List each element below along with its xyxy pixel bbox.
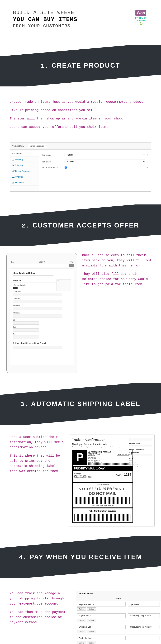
small-barcode bbox=[88, 463, 132, 465]
shipping-confirmation-mockup: RECENT POSTS RECENT COMMENTS CATEGORIES … bbox=[69, 434, 154, 526]
product-data-panel: Product Data — Variable product ✎ Genera… bbox=[10, 142, 151, 192]
field-name-input[interactable] bbox=[77, 625, 126, 629]
section3-text: Once a user submits their information, t… bbox=[10, 434, 64, 526]
recipient-addr: Burbank CA 91504-3302 bbox=[74, 476, 131, 478]
table-row: Delete Update bbox=[76, 612, 161, 624]
blog-sidebar: RECENT POSTS RECENT COMMENTS CATEGORIES … bbox=[129, 438, 152, 467]
update-button[interactable]: Update bbox=[87, 619, 96, 622]
tab-attributes[interactable]: ☰ Attributes bbox=[10, 174, 39, 180]
update-button[interactable]: Update bbox=[87, 641, 96, 644]
priority-text: PRIORITY MAIL 1-DAY bbox=[74, 467, 105, 470]
field-name-input[interactable] bbox=[77, 602, 126, 606]
step-title: CREATE PRODUCT bbox=[52, 62, 120, 69]
url-bar[interactable] bbox=[10, 264, 68, 267]
step-number: 4. bbox=[19, 554, 27, 561]
ipad-mockup: iPad 1:11 PM 76% Xbox Trade-In Return Ad… bbox=[6, 253, 77, 373]
field-label: First Name bbox=[13, 291, 71, 292]
step-title: PAY WHEN YOU RECEIVE ITEM bbox=[30, 553, 142, 560]
update-button[interactable]: Update bbox=[87, 630, 96, 633]
field-name-input[interactable] bbox=[77, 614, 126, 618]
paragraph: This is where they will be able to print… bbox=[10, 453, 64, 474]
tab-variations[interactable]: ⊞ Variations bbox=[10, 180, 39, 186]
tab-linked[interactable]: 🔗 Linked Products bbox=[10, 168, 39, 174]
postage-line: 1 SAMPLE bbox=[88, 455, 116, 456]
step-banner-4: 4. PAY WHEN YOU RECEIVE ITEM bbox=[0, 536, 161, 578]
panel-header: Product Data — Variable product bbox=[10, 143, 151, 150]
address2-input[interactable] bbox=[13, 314, 62, 318]
field-label: State bbox=[13, 326, 71, 328]
delete-button[interactable]: Delete bbox=[77, 630, 86, 633]
address1-input[interactable] bbox=[13, 307, 62, 310]
tax-status-select[interactable]: Taxable bbox=[64, 153, 145, 157]
routing-code: C006 bbox=[115, 473, 123, 476]
step-title: AUTOMATIC SHIPPING LABEL bbox=[31, 400, 140, 407]
state-input[interactable] bbox=[13, 328, 39, 332]
table-row: Delete Update bbox=[76, 635, 161, 644]
delete-button[interactable]: Delete bbox=[77, 608, 86, 611]
paragraph: Give it pricing based on conditions you … bbox=[10, 108, 151, 113]
field-label: Tax status bbox=[42, 154, 64, 156]
product-type-select[interactable]: Variable product bbox=[28, 144, 47, 148]
table-row: Delete Update bbox=[76, 601, 161, 612]
field-label: Trade-In Product bbox=[42, 166, 64, 169]
meta-link[interactable]: Comments RSS bbox=[129, 463, 152, 465]
paragraph: You can track and manage all your shippi… bbox=[10, 591, 71, 606]
tab-shipping[interactable]: ▣ Shipping bbox=[10, 162, 39, 168]
step-number: 1. bbox=[41, 63, 49, 70]
grid-icon: ⊞ bbox=[12, 182, 14, 184]
help-icon[interactable]: ? bbox=[147, 166, 148, 169]
help-icon[interactable]: ? bbox=[147, 160, 148, 163]
tab-general[interactable]: ✎ General bbox=[10, 151, 39, 157]
paragraph: The item will then show up as a trade-in… bbox=[10, 116, 151, 121]
bottom-barcode bbox=[74, 514, 131, 521]
meta-link[interactable]: Entries RSS bbox=[129, 462, 152, 463]
city-input[interactable] bbox=[13, 321, 39, 324]
field-value-input[interactable] bbox=[128, 636, 160, 640]
delete-button[interactable]: Delete bbox=[77, 641, 86, 644]
panel-content: Tax status Taxable ? Tax class Standard … bbox=[39, 150, 151, 192]
tracking-number: 9405 5000 0000 0000 0000 00 bbox=[74, 504, 131, 506]
meta-link[interactable]: Login bbox=[129, 460, 152, 461]
field-value-input[interactable] bbox=[128, 614, 160, 618]
last-name-input[interactable] bbox=[13, 300, 62, 303]
step-title: CUSTOMER ACCEPTS OFFER bbox=[32, 222, 139, 229]
woo-badge: Woo bbox=[136, 10, 146, 16]
table-row: Delete Update bbox=[76, 624, 161, 635]
column-header: Name bbox=[76, 596, 161, 601]
zip-input[interactable] bbox=[13, 336, 39, 339]
search-button[interactable] bbox=[69, 264, 74, 267]
shipping-label: P US POSTAGE AND FEES PAID PRIORITY MAIL… bbox=[72, 450, 133, 523]
paypal-input[interactable] bbox=[13, 346, 62, 349]
field-value-input[interactable] bbox=[128, 602, 160, 606]
postage-header: US POSTAGE AND FEES PAID bbox=[88, 451, 132, 453]
tradein-checkbox[interactable] bbox=[64, 166, 67, 168]
postage-line: Flat Fax Rate Box bbox=[88, 460, 116, 461]
meta-link[interactable]: WordPress.org bbox=[129, 465, 152, 466]
sidebar-heading: RECENT POSTS bbox=[129, 443, 152, 445]
recycle-arrow-icon: ↻ bbox=[130, 21, 151, 26]
custom-fields-panel: Custom Fields Name Delete Update Delete … bbox=[76, 591, 161, 644]
product-thumb-icon bbox=[13, 286, 18, 289]
delete-button[interactable]: Delete bbox=[77, 619, 86, 622]
tab-inventory[interactable]: ▢ Inventory bbox=[10, 157, 39, 162]
list-icon: ☰ bbox=[12, 176, 14, 178]
first-name-input[interactable] bbox=[13, 293, 62, 296]
field-name-input[interactable] bbox=[77, 636, 126, 640]
sidebar-heading: META bbox=[129, 458, 152, 459]
postage-company: CommercialBasePrice bbox=[88, 461, 132, 463]
priority-p-icon: P bbox=[72, 450, 87, 465]
field-label: City bbox=[13, 319, 71, 321]
update-button[interactable]: Update bbox=[87, 608, 96, 611]
search-box[interactable] bbox=[129, 438, 152, 441]
tax-class-select[interactable]: Standard bbox=[64, 160, 145, 164]
step-banner-1: 1. CREATE PRODUCT bbox=[0, 44, 161, 86]
fake-services-label: Fake Confirmation Services bbox=[72, 508, 132, 514]
status-carrier: iPad bbox=[11, 261, 14, 263]
help-icon[interactable]: ? bbox=[147, 154, 148, 156]
test-only-stamp: TEST ONLY bbox=[74, 486, 131, 490]
link-icon: 🔗 bbox=[12, 170, 15, 172]
section2: iPad 1:11 PM 76% Xbox Trade-In Return Ad… bbox=[0, 246, 161, 383]
field-value-input[interactable] bbox=[128, 625, 160, 629]
wrench-icon: ✎ bbox=[12, 152, 14, 155]
paragraph: Once a user submits their information, t… bbox=[10, 434, 64, 450]
